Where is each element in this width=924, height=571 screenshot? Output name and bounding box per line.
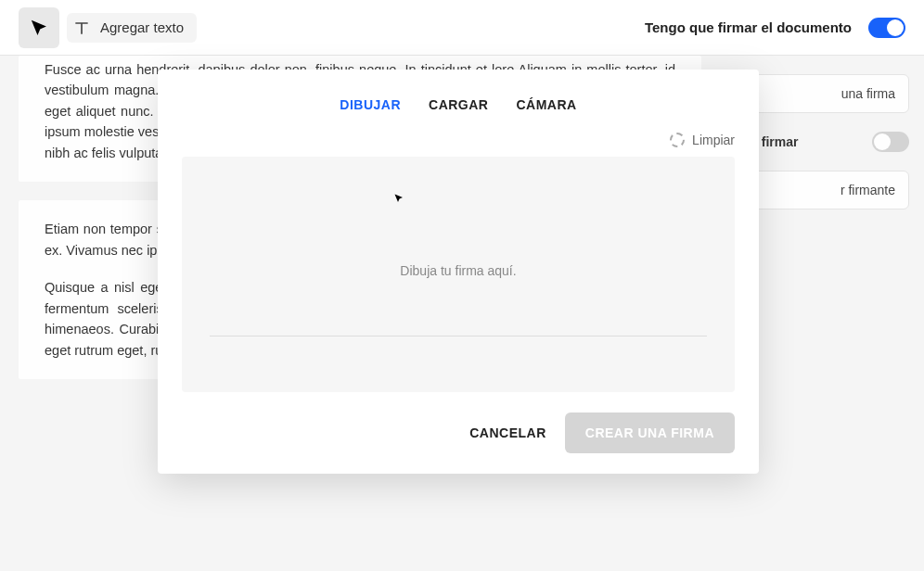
- text-icon: [72, 19, 91, 37]
- top-toolbar: Agregar texto Tengo que firmar el docume…: [0, 0, 924, 56]
- sign-document-toggle[interactable]: [868, 18, 905, 38]
- tab-upload[interactable]: CARGAR: [429, 97, 488, 112]
- clear-row: Limpiar: [158, 129, 759, 157]
- cursor-icon: [393, 192, 404, 205]
- signature-pad[interactable]: Dibuja tu firma aquí.: [182, 157, 735, 392]
- signature-line: [210, 336, 707, 336]
- toolbar-left-group: Agregar texto: [19, 7, 197, 48]
- text-tool-button[interactable]: Agregar texto: [67, 13, 197, 43]
- cancel-button[interactable]: CANCELAR: [469, 425, 546, 440]
- tab-camera[interactable]: CÁMARA: [516, 97, 576, 112]
- tab-draw[interactable]: DIBUJAR: [340, 97, 401, 112]
- clear-button[interactable]: Limpiar: [692, 133, 735, 147]
- signature-placeholder: Dibuja tu firma aquí.: [400, 263, 516, 278]
- cursor-icon: [31, 19, 47, 36]
- sign-document-label: Tengo que firmar el documento: [645, 19, 852, 35]
- toolbar-right-group: Tengo que firmar el documento: [645, 18, 905, 38]
- modal-actions: CANCELAR CREAR UNA FIRMA: [158, 392, 759, 474]
- text-tool-label: Agregar texto: [100, 19, 184, 35]
- signature-modal: DIBUJAR CARGAR CÁMARA Limpiar Dibuja tu …: [158, 70, 759, 474]
- cursor-tool-button[interactable]: [19, 7, 59, 48]
- reset-icon: [670, 133, 685, 147]
- create-signature-button[interactable]: CREAR UNA FIRMA: [565, 412, 735, 453]
- modal-tabs: DIBUJAR CARGAR CÁMARA: [158, 70, 759, 129]
